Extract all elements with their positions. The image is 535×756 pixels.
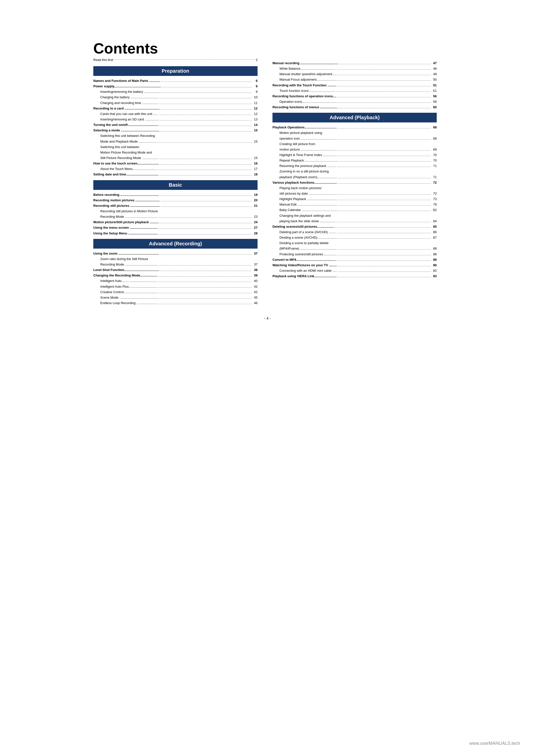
- dots-fill: [337, 233, 431, 233]
- dots-fill: [335, 227, 431, 228]
- entry-text: Deleting scenes/still pictures..........…: [272, 224, 334, 229]
- toc-entry: Recording Mode .........................…: [93, 262, 258, 267]
- entry-text: Recording Mode .........................…: [100, 262, 157, 267]
- page-num: 85: [432, 224, 437, 229]
- page-num: 49: [432, 72, 437, 77]
- page-container: Contents Read this first 2 PreparationNa…: [0, 0, 535, 756]
- entry-text: Deleting part of a scene (AVCHD) .......…: [279, 230, 336, 235]
- entry-text: Switching this unit between: [100, 145, 139, 150]
- page-num: 6: [253, 78, 258, 83]
- page-num: 45: [253, 295, 258, 300]
- entry-text: Manual shutter speed/iris adjustment ...…: [279, 72, 337, 77]
- read-first-entry: Read this first 2: [93, 58, 258, 62]
- toc-entry: Scene Mode .............................…: [93, 295, 258, 300]
- entry-text: Charging and recording time ............…: [100, 100, 158, 105]
- dots-fill: [159, 126, 252, 126]
- entry-text: Motion Picture Recording Mode and: [100, 150, 152, 155]
- entry-text: Switching this unit between Recording: [100, 133, 155, 138]
- page-num: 37: [253, 262, 258, 267]
- toc-entry: Zoom ratio during the Still Picture: [93, 257, 258, 262]
- toc-entry: Using the menu screen ..................…: [93, 225, 258, 230]
- toc-entry: Power supply............................…: [93, 84, 258, 89]
- entry-text: Recording Mode .........................…: [100, 214, 157, 219]
- toc-entry: Motion picture playback using: [272, 130, 437, 135]
- entry-text: Power supply............................…: [93, 84, 161, 89]
- toc-section: Advanced (Playback)Playback Operations..…: [272, 113, 437, 279]
- entry-text: Dividing a scene to partially delete: [279, 241, 328, 246]
- entry-text: Creative Control........................…: [100, 290, 158, 294]
- page-num: 42: [253, 290, 258, 294]
- toc-entry: Charging the battery ...................…: [93, 95, 258, 100]
- toc-entry: Repeat Playback.........................…: [272, 158, 437, 163]
- toc-entry: Recording with the Touch Function ......…: [272, 83, 437, 88]
- entry-text: Recording functions of operation icons..…: [272, 94, 336, 99]
- dots-fill: [159, 298, 252, 299]
- entry-text: Mode and Playback Mode .................…: [100, 139, 156, 144]
- toc-entry: Highlight Playback .....................…: [272, 197, 437, 202]
- entry-text: Cards that you can use with this unit ..…: [100, 111, 158, 117]
- dots-fill: [336, 261, 431, 261]
- page-num: 10: [253, 95, 258, 100]
- toc-entry: Playing back motion pictures/: [272, 186, 437, 191]
- toc-entry: Motion Picture Recording Mode and: [93, 150, 258, 155]
- page-num: 68: [432, 136, 437, 141]
- toc-entry: Intelligent Auto Plus...................…: [93, 284, 258, 289]
- page-num: 24: [253, 220, 258, 225]
- toc-entry: Recording still pictures in Motion Pictu…: [93, 209, 258, 214]
- toc-entry: Recording motion pictures ..............…: [93, 198, 258, 203]
- toc-section: Manual recording .......................…: [272, 61, 437, 110]
- entry-text: Motion picture playback using: [279, 130, 322, 135]
- dots-fill: [338, 102, 431, 103]
- entry-text: Zooming in on a still picture during: [279, 169, 329, 174]
- toc-entry: Changing the playback settings and: [272, 213, 437, 218]
- dots-fill: [337, 86, 431, 86]
- dots-fill: [337, 167, 431, 167]
- toc-entry: Changing the Recording Mode.............…: [93, 273, 258, 278]
- dots-fill: [337, 222, 431, 222]
- page-num: 56: [432, 99, 437, 104]
- read-first-page: 2: [256, 58, 258, 62]
- toc-entry: Dividing a scene to partially delete: [272, 241, 437, 246]
- toc-entry: motion picture .........................…: [272, 147, 437, 152]
- left-sections: PreparationNames and Functions of Main P…: [93, 66, 258, 306]
- toc-entry: Recording functions of menus ...........…: [272, 105, 437, 110]
- toc-entry: Deleting scenes/still pictures..........…: [272, 224, 437, 229]
- dots-fill: [337, 255, 431, 255]
- toc-entry: Charging and recording time ............…: [93, 100, 258, 105]
- toc-entry: White Balance...........................…: [272, 66, 437, 71]
- toc-entry: Names and Functions of Main Parts ......…: [93, 78, 258, 83]
- right-column: Manual recording .......................…: [272, 40, 437, 279]
- page-num: 71: [432, 175, 437, 180]
- page-num: 92: [432, 268, 437, 273]
- dots-fill: [338, 183, 431, 184]
- dots-fill: [158, 304, 252, 304]
- entry-text: Convert to MP4..........................…: [272, 257, 336, 262]
- page-num: 20: [253, 198, 258, 203]
- entry-text: Recording with the Touch Function ......…: [272, 83, 336, 88]
- entry-text: Recording to a card ....................…: [93, 106, 160, 111]
- toc-entry: Manual Focus adjustment.................…: [272, 77, 437, 82]
- toc-entry: Recording functions of operation icons..…: [272, 94, 437, 99]
- entry-text: Before recording .......................…: [93, 192, 159, 197]
- section-header: Advanced (Recording): [93, 239, 258, 249]
- toc-entry: Resuming the previous playback .........…: [272, 163, 437, 168]
- page-num: 56: [432, 94, 437, 99]
- entry-text: Using the menu screen ..................…: [93, 225, 158, 230]
- page-num: 73: [432, 197, 437, 202]
- dots-fill: [336, 70, 431, 70]
- entry-text: Playback Operations.....................…: [272, 125, 337, 130]
- dots-fill: [160, 131, 252, 131]
- page-num: 27: [253, 225, 258, 230]
- dots-fill: [338, 249, 431, 250]
- page-num: 14: [253, 123, 258, 127]
- dots-fill: [339, 64, 431, 64]
- toc-entry: Highlight & Time Frame Index ...........…: [272, 153, 437, 157]
- toc-entry: Recording to a card ....................…: [93, 106, 258, 111]
- entry-text: Operation icons.........................…: [279, 99, 337, 104]
- entry-text: About the Touch Menu....................…: [100, 166, 155, 171]
- toc-entry: Level Shot Function.....................…: [93, 267, 258, 272]
- dots-fill: [338, 75, 431, 75]
- dots-fill: [339, 205, 431, 206]
- toc-entry: Protecting scenes/still pictures........…: [272, 252, 437, 257]
- entry-text: Inserting/removing an SD card ..........…: [100, 117, 159, 122]
